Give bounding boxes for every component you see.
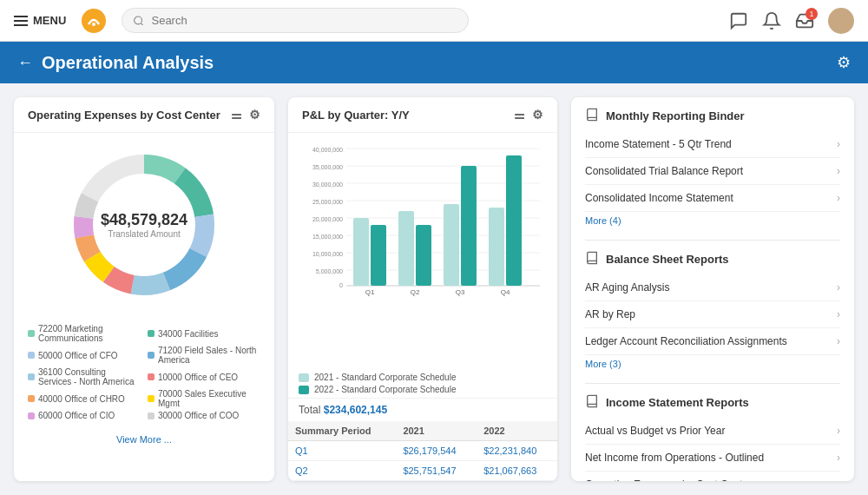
report-section-monthly: Monthly Reporting Binder Income Statemen…	[571, 97, 854, 240]
svg-text:20,000,000: 20,000,000	[312, 216, 343, 222]
left-card-title: Operating Expenses by Cost Center	[28, 109, 220, 122]
top-navigation: MENU 1	[0, 0, 868, 42]
svg-rect-34	[371, 225, 386, 286]
report-item[interactable]: Net Income from Operations - Outlined›	[585, 445, 840, 472]
chevron-right-icon: ›	[837, 452, 840, 464]
filter-icon2[interactable]: ⚌	[514, 108, 525, 122]
report-section-income: Income Statement Reports Actual vs Budge…	[571, 384, 854, 481]
chevron-right-icon: ›	[837, 425, 840, 437]
donut-amount: $48,579,824	[101, 211, 187, 229]
report-item[interactable]: AR by Rep›	[585, 301, 840, 328]
summary-table-wrapper: Summary Period 2021 2022 Q1$26,179,544$2…	[288, 421, 557, 481]
report-item-label: Consolidated Income Statement	[585, 192, 733, 204]
book-icon-monthly	[585, 108, 599, 124]
report-item[interactable]: Ledger Account Reconciliation Assignment…	[585, 328, 840, 355]
total-row: Total $234,602,145	[288, 398, 557, 421]
svg-text:Q3: Q3	[456, 288, 465, 296]
chevron-right-icon: ›	[837, 165, 840, 177]
legend-item: 72200 Marketing Communications	[28, 324, 141, 343]
legend-item: 60000 Office of CIO	[28, 411, 141, 420]
svg-point-1	[92, 23, 95, 26]
svg-text:30,000,000: 30,000,000	[312, 182, 343, 188]
filter-icon[interactable]: ⚌	[231, 108, 242, 122]
pl-chart-card: P&L by Quarter: Y/Y ⚌ ⚙ 40,000,000 35,00…	[288, 97, 557, 481]
legend-2022-label: 2022 - Standard Corporate Schedule	[314, 385, 456, 394]
section-title-balance: Balance Sheet Reports	[585, 251, 840, 267]
report-item-label: Consolidated Trial Balance Report	[585, 165, 743, 177]
svg-text:5,000,000: 5,000,000	[316, 268, 343, 274]
total-amount: $234,602,145	[324, 404, 387, 416]
svg-text:Q4: Q4	[501, 288, 510, 296]
book-icon-income	[585, 394, 599, 411]
chevron-right-icon: ›	[837, 478, 840, 481]
donut-section: $48,579,824 Translated Amount	[14, 133, 274, 317]
col-period: Summary Period	[288, 421, 396, 441]
report-item-label: Income Statement - 5 Qtr Trend	[585, 138, 732, 150]
menu-button[interactable]: MENU	[14, 14, 66, 27]
bar-chart-area: 40,000,000 35,000,000 30,000,000 25,000,…	[288, 133, 557, 369]
svg-rect-40	[461, 166, 477, 286]
chat-icon[interactable]	[729, 11, 748, 30]
book-icon-balance	[585, 251, 599, 267]
main-content: Operating Expenses by Cost Center ⚌ ⚙	[0, 83, 868, 495]
bell-icon[interactable]	[762, 11, 781, 30]
report-item-label: Actual vs Budget vs Prior Year	[585, 425, 725, 437]
svg-text:35,000,000: 35,000,000	[312, 164, 343, 170]
section-title-monthly: Monthly Reporting Binder	[585, 108, 840, 124]
settings-gear-icon[interactable]: ⚙	[837, 53, 851, 72]
report-item[interactable]: Consolidated Income Statement›	[585, 185, 840, 212]
bar-chart-svg: 40,000,000 35,000,000 30,000,000 25,000,…	[299, 140, 547, 296]
section-title-text-balance: Balance Sheet Reports	[606, 253, 729, 266]
hamburger-icon	[14, 16, 28, 26]
svg-rect-39	[444, 204, 459, 286]
svg-rect-43	[506, 155, 522, 286]
svg-rect-33	[353, 218, 369, 286]
report-item[interactable]: AR Aging Analysis›	[585, 274, 840, 301]
reports-panel: Monthly Reporting Binder Income Statemen…	[571, 97, 854, 481]
settings-icon[interactable]: ⚙	[249, 108, 260, 122]
back-button[interactable]: ←	[17, 54, 33, 72]
inbox-badge: 1	[806, 8, 818, 20]
search-bar[interactable]	[122, 8, 469, 33]
legend-item: 71200 Field Sales - North America	[148, 346, 260, 365]
legend-item: 10000 Office of CEO	[148, 367, 260, 386]
svg-text:25,000,000: 25,000,000	[312, 199, 343, 205]
middle-card-title: P&L by Quarter: Y/Y	[302, 109, 410, 122]
inbox-icon[interactable]: 1	[795, 11, 814, 30]
legend-item: 36100 Consulting Services - North Americ…	[28, 367, 141, 386]
user-avatar[interactable]	[828, 8, 854, 34]
svg-rect-42	[489, 208, 504, 286]
workday-logo	[80, 7, 108, 35]
col-2021: 2021	[396, 421, 477, 441]
menu-label: MENU	[33, 14, 66, 27]
more-link-monthly[interactable]: More (4)	[585, 212, 840, 229]
report-item[interactable]: Consolidated Trial Balance Report›	[585, 158, 840, 185]
svg-rect-36	[398, 211, 414, 286]
legend-2021-box	[299, 373, 309, 382]
summary-table: Summary Period 2021 2022 Q1$26,179,544$2…	[288, 421, 557, 481]
svg-point-2	[135, 16, 142, 24]
table-row: Q1$26,179,544$22,231,840	[288, 441, 557, 461]
view-more-link[interactable]: View More ...	[14, 427, 274, 452]
legend-2021-label: 2021 - Standard Corporate Schedule	[314, 373, 456, 382]
report-item[interactable]: Actual vs Budget vs Prior Year›	[585, 418, 840, 445]
legend-item: 70000 Sales Executive Mgmt	[148, 389, 260, 408]
page-title: Operational Analysis	[42, 53, 214, 73]
search-input[interactable]	[151, 14, 457, 27]
settings-icon2[interactable]: ⚙	[532, 108, 543, 122]
more-link-balance[interactable]: More (3)	[585, 355, 840, 373]
report-item[interactable]: Income Statement - 5 Qtr Trend›	[585, 131, 840, 158]
legend-item: 50000 Office of CFO	[28, 346, 141, 365]
legend-item: 40000 Office of CHRO	[28, 389, 141, 408]
svg-text:40,000,000: 40,000,000	[312, 147, 343, 153]
donut-chart: $48,579,824 Translated Amount	[66, 147, 222, 303]
svg-text:10,000,000: 10,000,000	[312, 251, 343, 257]
svg-text:Q2: Q2	[411, 288, 420, 296]
report-item-label: Net Income from Operations - Outlined	[585, 452, 764, 464]
total-label: Total	[299, 404, 320, 416]
donut-legend: 72200 Marketing Communications34000 Faci…	[14, 317, 274, 427]
report-item[interactable]: Operating Expenses by Cost Center›	[585, 472, 840, 481]
legend-item: 30000 Office of COO	[148, 411, 260, 420]
chevron-right-icon: ›	[837, 335, 840, 347]
chart-legend: 2021 - Standard Corporate Schedule 2022 …	[288, 369, 557, 398]
